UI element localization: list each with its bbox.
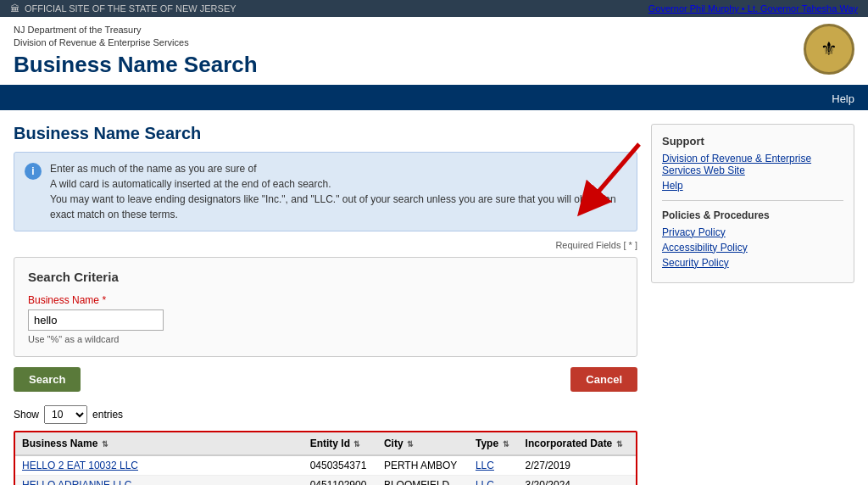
col-header-type[interactable]: Type ⇅ xyxy=(469,432,519,455)
type-link[interactable]: LLC xyxy=(476,479,494,485)
business-name-link[interactable]: HELLO ADRIANNE LLC xyxy=(22,479,131,485)
governor-link[interactable]: Governor Phil Murphy • Lt. Governor Tahe… xyxy=(648,3,858,14)
results-table-wrapper: Business Name ⇅Entity Id ⇅City ⇅Type ⇅In… xyxy=(14,431,637,485)
gov-bar: 🏛 OFFICIAL SITE OF THE STATE OF NEW JERS… xyxy=(0,0,868,17)
info-line-1: Enter as much of the name as you are sur… xyxy=(50,161,626,176)
state-seal: ⚜ xyxy=(804,24,854,75)
search-criteria-title: Search Criteria xyxy=(28,270,623,284)
table-header: Business Name ⇅Entity Id ⇅City ⇅Type ⇅In… xyxy=(15,432,636,455)
show-label: Show xyxy=(14,409,39,421)
main-layout: Business Name Search i Enter as much of … xyxy=(0,110,868,485)
search-button[interactable]: Search xyxy=(14,367,81,392)
help-nav-link[interactable]: Help xyxy=(832,92,854,105)
cell-incorporated-date: 3/20/2024 xyxy=(519,475,636,485)
gov-bar-left: 🏛 OFFICIAL SITE OF THE STATE OF NEW JERS… xyxy=(10,3,236,14)
info-text: Enter as much of the name as you are sur… xyxy=(50,161,626,222)
site-title: Business Name Search xyxy=(14,52,258,78)
business-name-label: Business Name * xyxy=(28,294,623,306)
cell-type[interactable]: LLC xyxy=(469,455,519,476)
support-links: Division of Revenue & Enterprise Service… xyxy=(662,153,843,192)
cell-city: BLOOMFIELD xyxy=(377,475,469,485)
support-link[interactable]: Help xyxy=(662,180,843,192)
sidebar: Support Division of Revenue & Enterprise… xyxy=(651,124,854,283)
policies-title: Policies & Procedures xyxy=(662,209,843,221)
results-table: Business Name ⇅Entity Id ⇅City ⇅Type ⇅In… xyxy=(15,432,636,485)
info-line-2: A wild card is automatically inserted at… xyxy=(50,176,626,192)
col-header-business_name[interactable]: Business Name ⇅ xyxy=(15,432,303,455)
col-header-incorporated_date[interactable]: Incorporated Date ⇅ xyxy=(519,432,636,455)
gov-bar-right[interactable]: Governor Phil Murphy • Lt. Governor Tahe… xyxy=(648,3,858,14)
state-seal-icon: 🏛 xyxy=(10,3,19,14)
show-entries-row: Show 102550100 entries xyxy=(14,405,637,424)
agency-line1: NJ Department of the Treasury xyxy=(14,24,258,36)
policy-link[interactable]: Accessibility Policy xyxy=(662,242,843,254)
sidebar-divider xyxy=(662,200,843,201)
info-box: i Enter as much of the name as you are s… xyxy=(14,152,637,231)
nav-bar: Help xyxy=(0,87,868,110)
table-row[interactable]: HELLO 2 EAT 10032 LLC0450354371PERTH AMB… xyxy=(15,455,636,476)
content-area: Business Name Search i Enter as much of … xyxy=(14,124,637,485)
entity_id-sort-icon: ⇅ xyxy=(352,440,361,449)
cell-entity-id: 0450354371 xyxy=(303,455,377,476)
incorporated_date-sort-icon: ⇅ xyxy=(614,440,623,449)
info-icon: i xyxy=(25,163,42,180)
policy-link[interactable]: Privacy Policy xyxy=(662,226,843,238)
gov-bar-text: OFFICIAL SITE OF THE STATE OF NEW JERSEY xyxy=(25,3,236,14)
entries-label: entries xyxy=(92,409,123,421)
header-title-block: NJ Department of the Treasury Division o… xyxy=(14,24,258,78)
table-body: HELLO 2 EAT 10032 LLC0450354371PERTH AMB… xyxy=(15,455,636,485)
agency-line2: Division of Revenue & Enterprise Service… xyxy=(14,36,258,49)
seal-image: ⚜ xyxy=(821,38,837,60)
cell-incorporated-date: 2/27/2019 xyxy=(519,455,636,476)
cell-entity-id: 0451102900 xyxy=(303,475,377,485)
col-header-entity_id[interactable]: Entity Id ⇅ xyxy=(303,432,377,455)
city-sort-icon: ⇅ xyxy=(405,440,415,449)
business-name-input[interactable] xyxy=(28,309,164,331)
table-header-row: Business Name ⇅Entity Id ⇅City ⇅Type ⇅In… xyxy=(15,432,636,455)
header: NJ Department of the Treasury Division o… xyxy=(0,17,868,87)
cell-business-name[interactable]: HELLO ADRIANNE LLC xyxy=(15,475,303,485)
info-line-3: You may want to leave ending designators… xyxy=(50,192,626,222)
type-link[interactable]: LLC xyxy=(476,460,494,471)
support-title: Support xyxy=(662,135,843,148)
cell-type[interactable]: LLC xyxy=(469,475,519,485)
cancel-button[interactable]: Cancel xyxy=(570,367,637,392)
support-link[interactable]: Division of Revenue & Enterprise Service… xyxy=(662,153,843,176)
policy-link[interactable]: Security Policy xyxy=(662,257,843,269)
buttons-row: Search Cancel xyxy=(14,367,637,392)
required-star: * xyxy=(102,294,106,306)
cell-business-name[interactable]: HELLO 2 EAT 10032 LLC xyxy=(15,455,303,476)
entries-select[interactable]: 102550100 xyxy=(44,405,87,424)
cell-city: PERTH AMBOY xyxy=(377,455,469,476)
page-title: Business Name Search xyxy=(14,124,637,143)
required-note: Required Fields [ * ] xyxy=(14,240,637,250)
business-name-link[interactable]: HELLO 2 EAT 10032 LLC xyxy=(22,460,138,471)
type-sort-icon: ⇅ xyxy=(500,440,509,449)
table-row[interactable]: HELLO ADRIANNE LLC0451102900BLOOMFIELDLL… xyxy=(15,475,636,485)
search-criteria-box: Search Criteria Business Name * Use "%" … xyxy=(14,257,637,357)
wildcard-hint: Use "%" as a wildcard xyxy=(28,334,623,344)
business_name-sort-icon: ⇅ xyxy=(99,440,108,449)
policy-links: Privacy PolicyAccessibility PolicySecuri… xyxy=(662,226,843,269)
col-header-city[interactable]: City ⇅ xyxy=(377,432,469,455)
